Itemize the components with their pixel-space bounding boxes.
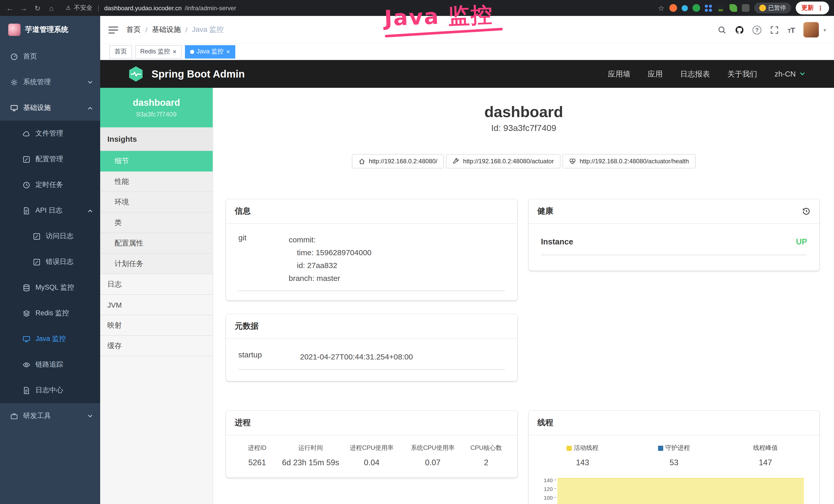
card-process: 进程 进程ID 5261 运行时间 6d 23h 15m 59 [226, 411, 517, 478]
close-icon[interactable]: × [173, 48, 176, 55]
sidebar-item-infrastructure[interactable]: 基础设施 [0, 95, 100, 121]
extension-icon-on-badge[interactable]: on [717, 4, 725, 12]
sidebar-item-trace[interactable]: 链路追踪 [0, 352, 100, 377]
sidebar-item-scheduled-jobs[interactable]: 定时任务 [0, 172, 100, 198]
bookmark-star-icon[interactable]: ☆ [658, 4, 664, 12]
home-button[interactable]: ⌂ [47, 4, 56, 12]
screenshot-root: Java 监控 ← → ↻ ⌂ ⚠ 不安全 dashboard.yudao.io… [0, 0, 834, 504]
font-size-icon[interactable]: TT [788, 25, 795, 34]
sba-item-caches[interactable]: 缓存 [100, 336, 213, 357]
sba-brand[interactable]: Spring Boot Admin [127, 66, 245, 82]
extension-icon-leaf[interactable] [729, 4, 737, 12]
sidebar-item-config-management[interactable]: 配置管理 [0, 146, 100, 172]
wrench-icon [453, 158, 460, 165]
process-col-process-cpu: 进程CPU使用率 0.04 [341, 444, 402, 467]
process-table: 进程ID 5261 运行时间 6d 23h 15m 59s 进程CPU使用率 [234, 444, 509, 467]
sba-item-environment[interactable]: 环境 [100, 192, 213, 212]
card-health-title: 健康 [537, 206, 553, 217]
sba-content: dashboard Id: 93a3fc7f7409 http://192.16… [213, 88, 834, 504]
breadcrumb-infrastructure[interactable]: 基础设施 [152, 25, 181, 35]
sidebar-item-java-monitor[interactable]: Java 监控 [0, 326, 100, 352]
instance-name: dashboard [133, 97, 180, 108]
sidebar-item-file-management[interactable]: 文件管理 [0, 121, 100, 146]
clock-icon [23, 181, 30, 189]
avatar-caret-icon[interactable]: ▾ [824, 27, 826, 32]
help-icon[interactable]: ? [752, 25, 761, 34]
locale-value: zh-CN [775, 70, 796, 78]
breadcrumb-home[interactable]: 首页 [126, 25, 141, 35]
sidebar-item-dev-tools[interactable]: 研发工具 [0, 403, 100, 429]
extension-icon-orange[interactable] [669, 4, 677, 12]
edit-document-icon [33, 258, 41, 266]
instance-link-actuator[interactable]: http://192.168.0.2:48080/actuator [446, 154, 561, 168]
user-avatar[interactable] [804, 22, 819, 38]
sba-nav-about[interactable]: 关于我们 [727, 69, 757, 79]
address-bar[interactable]: ⚠ 不安全 dashboard.yudao.iocoder.cn/infra/a… [66, 4, 236, 12]
sidebar-item-error-logs[interactable]: 错误日志 [0, 249, 100, 275]
threads-chart: 140 120 100 [537, 476, 811, 502]
extension-icon-puzzle[interactable] [742, 4, 749, 12]
info-value: commit: time: 1596289704000 id: 27aa832 … [289, 233, 371, 284]
info-row-git: git commit: time: 1596289704000 id: 27aa… [238, 233, 505, 291]
edit-icon [23, 155, 30, 163]
sidebar-item-system-management[interactable]: 系统管理 [0, 69, 100, 95]
refresh-button[interactable]: ↻ [33, 4, 42, 12]
sba-item-mappings[interactable]: 映射 [100, 315, 213, 336]
app-logo[interactable]: 芋道管理系统 [0, 16, 100, 44]
update-label: 更新 [802, 4, 814, 12]
tag-redis-monitor[interactable]: Redis 监控 × [135, 45, 182, 58]
sidebar-item-access-logs[interactable]: 访问日志 [0, 223, 100, 249]
sba-item-scheduled-tasks[interactable]: 计划任务 [100, 254, 213, 274]
sidebar-item-mysql-monitor[interactable]: MySQL 监控 [0, 275, 100, 300]
sba-locale-select[interactable]: zh-CN [775, 70, 806, 78]
legend-daemon-threads: 守护进程 53 [628, 444, 720, 467]
sba-nav-journal[interactable]: 日志报表 [680, 69, 710, 79]
legend-peak-threads: 线程峰值 147 [720, 444, 811, 467]
hamburger-icon[interactable] [108, 26, 118, 33]
security-label: 不安全 [74, 4, 92, 12]
health-status-badge: UP [796, 237, 807, 247]
back-button[interactable]: ← [5, 4, 14, 12]
gear-icon [10, 78, 18, 86]
extension-icon-green-circle[interactable] [692, 4, 700, 12]
search-icon[interactable] [718, 25, 726, 34]
fullscreen-icon[interactable] [770, 25, 779, 34]
document-icon [23, 386, 30, 394]
github-icon[interactable] [735, 25, 744, 34]
chevron-up-icon [87, 208, 93, 213]
sba-nav-links: 应用墙 应用 日志报表 关于我们 zh-CN [608, 69, 806, 79]
forward-button[interactable]: → [19, 4, 28, 12]
sba-item-config-props[interactable]: 配置属性 [100, 233, 213, 254]
sidebar-item-home[interactable]: 首页 [0, 44, 100, 69]
browser-update-button[interactable]: 更新 ⋮ [796, 2, 829, 15]
sba-item-logs[interactable]: 日志 [100, 274, 213, 295]
sidebar-item-log-center[interactable]: 日志中心 [0, 377, 100, 403]
sidebar-item-label: 文件管理 [36, 129, 63, 138]
sba-instance-header[interactable]: dashboard 93a3fc7f7409 [100, 88, 213, 127]
sidebar-item-label: API 日志 [36, 206, 62, 215]
link-url: http://192.168.0.2:48080/actuator [463, 158, 554, 165]
sba-item-performance[interactable]: 性能 [100, 171, 213, 192]
extension-icon-grid[interactable] [705, 4, 712, 12]
tag-java-monitor[interactable]: Java 监控 × [185, 45, 235, 58]
warning-icon: ⚠ [66, 5, 71, 11]
extension-icon-drop[interactable] [681, 5, 687, 11]
sidebar-item-api-logs[interactable]: API 日志 [0, 198, 100, 223]
instance-link-health[interactable]: http://192.168.0.2:48080/actuator/health [563, 154, 696, 168]
sba-nav-applications[interactable]: 应用 [648, 69, 663, 79]
sba-nav-wallboard[interactable]: 应用墙 [608, 69, 630, 79]
sidebar-item-label: 首页 [23, 52, 37, 61]
profile-paused-badge[interactable]: 已暂停 [754, 3, 791, 13]
metadata-key: startup [238, 350, 300, 363]
process-col-pid: 进程ID 5261 [234, 444, 280, 467]
sba-item-jvm[interactable]: JVM [100, 295, 213, 315]
instance-link-root[interactable]: http://192.168.0.2:48080/ [352, 154, 444, 168]
browser-menu-icon[interactable]: ⋮ [817, 4, 824, 12]
heart-pulse-icon [569, 158, 576, 165]
close-icon[interactable]: × [226, 48, 230, 55]
sba-item-classes[interactable]: 类 [100, 212, 213, 233]
history-icon[interactable] [802, 207, 811, 216]
sidebar-item-redis-monitor[interactable]: Redis 监控 [0, 300, 100, 326]
sba-item-details[interactable]: 细节 [100, 151, 213, 171]
tag-home[interactable]: 首页 [109, 45, 132, 58]
